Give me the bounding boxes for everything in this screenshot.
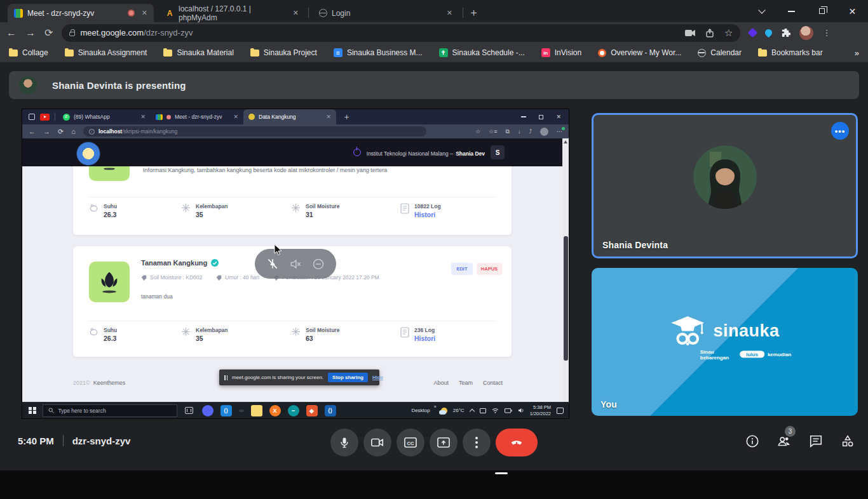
tab-close-icon[interactable]: ✕ [326, 114, 331, 120]
device-icon[interactable] [480, 408, 486, 413]
edge-profile-avatar[interactable] [540, 128, 548, 136]
tab-login[interactable]: Login ✕ [313, 4, 459, 22]
inner-tab-whatsapp[interactable]: ✆ (89) WhatsApp ✕ [58, 109, 151, 124]
vscode-insiders-icon[interactable]: ⟨⟩ [325, 405, 336, 416]
wifi-icon[interactable] [492, 408, 499, 413]
back-icon[interactable]: ← [29, 128, 36, 135]
favorites-star-icon[interactable]: ☆ [475, 128, 480, 135]
restore-button[interactable] [539, 115, 543, 119]
participant-tile-you[interactable]: sinauka Sinau bebarengan lulus kemudian … [592, 268, 858, 416]
edge-menu-icon[interactable]: ⋯ [557, 128, 562, 135]
footer-brand[interactable]: Keenthemes [93, 380, 126, 386]
puzzle-extensions-icon[interactable] [781, 28, 790, 37]
address-bar[interactable]: meet.google.com/dzr-snyd-zyv ☆ [62, 24, 740, 42]
vscode-icon[interactable]: ⟨⟩ [220, 405, 232, 416]
tab-close-icon[interactable]: ✕ [447, 9, 452, 17]
present-button[interactable] [430, 429, 458, 456]
downloads-icon[interactable]: ↓ [518, 128, 521, 135]
edit-button[interactable]: EDIT [451, 263, 473, 275]
restore-button[interactable] [819, 8, 825, 14]
tab-phpmyadmin[interactable]: A localhost / 127.0.0.1 | phpMyAdm ✕ [159, 4, 305, 22]
hide-link[interactable]: Hide [372, 375, 383, 380]
inner-address-bar[interactable]: i localhost/skripsi-main/kangkung [83, 126, 426, 136]
taskbar-search-input[interactable]: Type here to search [43, 404, 177, 417]
new-tab-button[interactable]: ＋ [342, 111, 351, 123]
file-explorer-icon[interactable] [251, 405, 262, 416]
favorites-list-icon[interactable]: ☆≡ [489, 128, 497, 135]
bookmarks-overflow-icon[interactable]: » [855, 48, 859, 58]
xampp-icon[interactable]: X [269, 405, 281, 416]
close-button[interactable]: ✕ [556, 114, 561, 120]
page-scrollbar[interactable] [562, 138, 569, 402]
footer-link-contact[interactable]: Contact [483, 380, 503, 386]
desktop-toolbar[interactable]: Desktop» [411, 408, 435, 413]
action-center-icon[interactable] [557, 408, 564, 414]
edge-active-app[interactable] [239, 409, 244, 412]
weather-icon[interactable] [441, 408, 447, 414]
footer-link-about[interactable]: About [433, 380, 449, 386]
share-icon[interactable]: ⤴ [529, 128, 532, 135]
histori-link[interactable]: Histori [414, 335, 435, 342]
close-button[interactable]: ✕ [848, 6, 856, 17]
end-call-button[interactable] [496, 429, 538, 456]
participants-button[interactable]: 3 [776, 434, 792, 449]
tab-meet[interactable]: Meet - dzr-snyd-zyv ✕ [8, 4, 154, 22]
forward-icon[interactable]: → [25, 28, 36, 38]
bookmark-calendar[interactable]: Calendar [698, 48, 742, 57]
minimize-button[interactable] [788, 11, 795, 12]
discord-icon[interactable] [202, 405, 214, 416]
volume-icon[interactable] [518, 408, 524, 413]
share-icon[interactable] [705, 29, 714, 37]
back-icon[interactable]: ← [6, 28, 17, 38]
tab-close-icon[interactable]: ✕ [233, 114, 238, 120]
tab-close-icon[interactable]: ✕ [140, 114, 146, 120]
power-icon[interactable] [353, 149, 361, 156]
chevron-down-icon[interactable] [758, 6, 765, 13]
bookmark-star-icon[interactable]: ☆ [724, 27, 733, 39]
activities-button[interactable] [840, 434, 855, 449]
tab-actions-icon[interactable] [29, 114, 35, 120]
bookmark-sinauka-project[interactable]: Sinauka Project [250, 48, 317, 57]
inner-tab-data-kangkung[interactable]: Data Kangkung ✕ [243, 109, 336, 124]
tile-options-button[interactable]: ••• [831, 122, 849, 140]
teal-app-icon[interactable]: ∞ [288, 405, 299, 416]
participant-tile-shania[interactable]: ••• Shania Devinta [592, 113, 858, 258]
camera-button[interactable] [363, 429, 391, 456]
start-button-icon[interactable] [29, 407, 36, 415]
bookmark-sinauka-schedule[interactable]: Sinauka Schedule -... [439, 48, 525, 57]
bookmark-overview[interactable]: Overview - My Wor... [598, 48, 681, 57]
scrollbar-thumb[interactable] [564, 236, 568, 361]
microphone-button[interactable] [330, 429, 358, 456]
volume-off-icon[interactable] [289, 258, 302, 270]
tab-close-icon[interactable]: ✕ [293, 9, 299, 17]
youtube-pinned-tab-icon[interactable] [40, 114, 50, 121]
bookmark-collage[interactable]: Collage [9, 48, 48, 57]
task-view-icon[interactable] [185, 407, 193, 414]
shared-screen[interactable]: ✆ (89) WhatsApp ✕ Meet - dzr-snyd-zyv ✕ … [22, 109, 569, 418]
profile-avatar[interactable] [799, 26, 813, 40]
reload-icon[interactable]: ⟳ [58, 128, 64, 136]
pin-off-icon[interactable] [266, 258, 279, 270]
footer-link-team[interactable]: Team [459, 380, 473, 386]
tab-close-icon[interactable]: ✕ [142, 9, 147, 17]
home-icon[interactable]: ⌂ [71, 128, 76, 135]
taskbar-clock[interactable]: 5:38 PM1/20/2022 [530, 404, 551, 416]
stop-sharing-button[interactable]: Stop sharing [328, 373, 368, 382]
scroll-up-icon[interactable] [564, 140, 567, 143]
hidden-icons-chevron[interactable] [469, 408, 474, 413]
reload-icon[interactable]: ⟳ [44, 28, 53, 38]
inner-tab-meet[interactable]: Meet - dzr-snyd-zyv ✕ [151, 109, 243, 124]
bookmark-bookmarks-bar[interactable]: Bookmarks bar [758, 48, 823, 57]
battery-icon[interactable] [505, 408, 512, 413]
captions-button[interactable]: CC [397, 429, 424, 456]
collections-icon[interactable]: ⧉ [506, 128, 510, 135]
orange-app-icon[interactable]: ◆ [306, 405, 318, 416]
minimize-button[interactable] [521, 116, 526, 117]
bookmark-invision[interactable]: inInVision [541, 48, 581, 57]
new-tab-button[interactable]: ＋ [468, 5, 479, 20]
tab-capture-icon[interactable] [685, 29, 695, 37]
meeting-details-button[interactable] [745, 434, 760, 449]
bookmark-sinauka-assignment[interactable]: Sinauka Assignment [65, 48, 147, 57]
forward-icon[interactable]: → [43, 128, 50, 135]
extension-purple-icon[interactable] [748, 28, 758, 38]
